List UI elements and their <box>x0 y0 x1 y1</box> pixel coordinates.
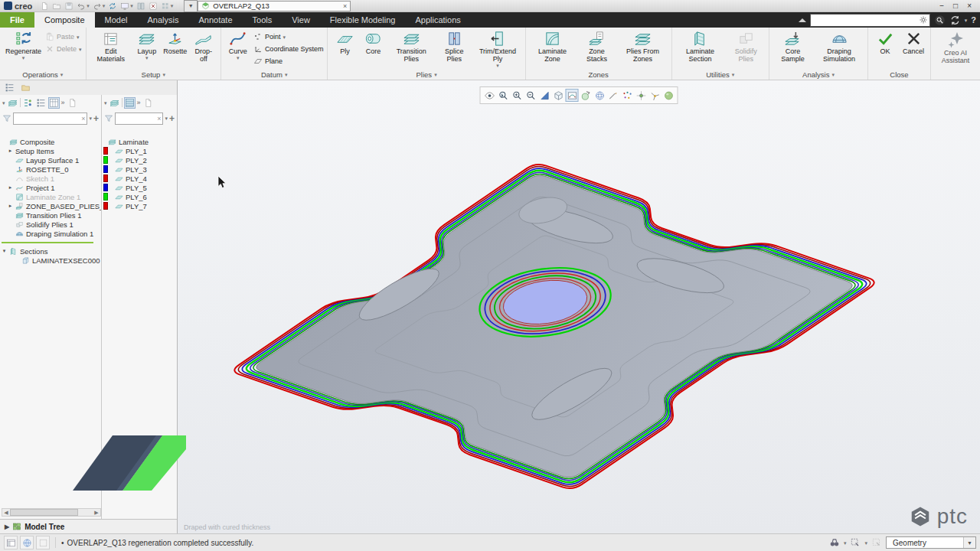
ply-button[interactable]: Ply <box>332 29 358 56</box>
ply-root-laminate[interactable]: Laminate <box>102 137 177 146</box>
point-menu-caret[interactable]: ▾ <box>283 34 286 40</box>
named-views-button[interactable] <box>593 89 606 102</box>
tab-tools[interactable]: Tools <box>243 12 283 28</box>
ribbon-group-label-datum[interactable]: Datum▾ <box>221 69 328 80</box>
ply-item-ply-7[interactable]: PLY_7 <box>102 201 177 210</box>
tree-item-layup-surface-1[interactable]: Layup Surface 1 <box>0 155 101 165</box>
saved-orientations-button[interactable] <box>566 89 579 102</box>
model-tab-dropdown[interactable]: ▼ <box>184 0 198 12</box>
help-icon[interactable]: ? <box>971 15 976 24</box>
ribbon-group-label-setup[interactable]: Setup▾ <box>87 69 220 80</box>
point-button[interactable]: Point▾ <box>253 32 324 41</box>
rosette-button[interactable]: Rosette <box>162 29 188 56</box>
ply-item-ply-3[interactable]: PLY_3 <box>102 165 177 174</box>
sync-icon[interactable] <box>949 15 961 26</box>
tree-expand-icon[interactable]: ▾ <box>2 248 7 254</box>
clear-filter-icon[interactable]: × <box>81 115 87 122</box>
paste-menu-caret[interactable]: ▾ <box>77 34 80 40</box>
selection-box-icon[interactable] <box>850 537 861 548</box>
tab-view[interactable]: View <box>282 12 320 28</box>
ply-filter-input[interactable] <box>116 114 157 122</box>
tree-list-icon[interactable] <box>35 97 47 109</box>
tree-expand-icon[interactable]: ▸ <box>8 203 13 209</box>
ribbon-group-label-operations[interactable]: Operations▾ <box>0 69 86 80</box>
model-tree-footer[interactable]: ▶ Model Tree <box>0 519 177 533</box>
curve-button[interactable]: Curve▾ <box>225 29 251 61</box>
core-sample-button[interactable]: Core Sample <box>773 29 812 64</box>
clear-filter-icon[interactable]: × <box>157 115 162 122</box>
tab-applications[interactable]: Applications <box>405 12 470 28</box>
tree-item-project-1[interactable]: ▸Project 1 <box>0 183 101 192</box>
select-tools-menu-caret[interactable]: ▾ <box>171 3 174 8</box>
laminate-zone-button[interactable]: Laminate Zone <box>530 29 576 64</box>
paste-button[interactable]: Paste▾ <box>45 32 82 41</box>
ply-item-ply-6[interactable]: PLY_6 <box>102 192 177 201</box>
view-visibility-button[interactable] <box>483 89 496 102</box>
model-display-menu-caret[interactable]: ▾ <box>130 3 133 8</box>
tree-item-setup-items[interactable]: ▸Setup Items <box>0 146 101 155</box>
tree-expand-icon[interactable]: ▸ <box>8 184 13 191</box>
scroll-track[interactable] <box>10 509 93 516</box>
cancel-button[interactable]: Cancel <box>900 29 926 56</box>
tree-item-zone-based-plies-1[interactable]: ▸ZONE_BASED_PLIES_1 <box>0 201 101 210</box>
ribbon-group-label-plies[interactable]: Plies▾ <box>328 69 524 80</box>
core-button[interactable]: Core <box>360 29 386 56</box>
plane-button[interactable]: Plane <box>253 57 324 66</box>
graphics-area[interactable]: Draped with cured thickness ptc <box>178 80 980 533</box>
ply-item-ply-2[interactable]: PLY_2 <box>102 155 177 165</box>
tree-filter-add-icon[interactable]: + <box>93 114 99 123</box>
ply-item-ply-1[interactable]: PLY_1 <box>102 146 177 155</box>
sync-menu-caret[interactable]: ▾ <box>965 18 968 23</box>
annotation-display-button[interactable] <box>607 89 620 102</box>
tree-item-solidify-plies-1[interactable]: Solidify Plies 1 <box>0 220 101 229</box>
redo-button[interactable]: ▾ <box>92 2 106 11</box>
close-window-button[interactable] <box>148 2 158 11</box>
ply-menu-caret[interactable]: ▾ <box>104 100 107 106</box>
tree-item-sketch-1[interactable]: Sketch 1 <box>0 174 101 183</box>
model-tree-tab-icon[interactable] <box>5 83 15 93</box>
model-tab-close-icon[interactable]: × <box>343 2 347 10</box>
restore-button[interactable]: □ <box>953 2 958 10</box>
navigator-toggle[interactable] <box>4 536 18 549</box>
tab-annotate[interactable]: Annotate <box>188 12 242 28</box>
layup-button[interactable]: Layup▾ <box>134 29 160 61</box>
tree-show-icon[interactable] <box>7 97 18 109</box>
zoom-region-button[interactable] <box>497 89 510 102</box>
undo-button[interactable]: ▾ <box>76 2 90 11</box>
tree-item-rosette-0[interactable]: ROSETTE_0 <box>0 165 101 174</box>
command-search[interactable] <box>810 14 930 27</box>
zoom-in-button[interactable] <box>511 89 524 102</box>
new-file-button[interactable] <box>39 2 50 11</box>
delete-button[interactable]: Delete▾ <box>45 44 82 54</box>
search-icon[interactable] <box>934 15 946 26</box>
tree-overflow-icon[interactable]: » <box>61 99 65 106</box>
regenerate-quick-button[interactable] <box>107 2 118 11</box>
tree-filter-input[interactable] <box>14 114 81 122</box>
open-file-button[interactable] <box>51 2 62 11</box>
draping-simulation-button[interactable]: Draping Simulation <box>815 29 864 64</box>
repaint-button[interactable] <box>538 89 551 102</box>
ribbon-group-label-close[interactable]: Close <box>868 69 930 80</box>
save-button[interactable] <box>64 2 74 11</box>
display-style-button[interactable] <box>552 89 565 102</box>
scroll-left-icon[interactable]: ◀ <box>2 510 10 516</box>
trim-extend-ply-button[interactable]: Trim/Extend Ply▾ <box>474 29 521 69</box>
model-3d-view[interactable] <box>178 80 980 533</box>
coordinate-system-button[interactable]: Coordinate System <box>253 44 324 54</box>
zoom-out-button[interactable] <box>524 89 537 102</box>
find-icon[interactable] <box>829 537 840 548</box>
tree-menu-caret[interactable]: ▾ <box>2 100 5 106</box>
tree-item-sections[interactable]: ▾Sections <box>0 246 101 256</box>
datum-display-button[interactable] <box>621 89 634 102</box>
solidify-plies-button[interactable]: Solidify Plies <box>727 29 766 64</box>
laminate-section-button[interactable]: Laminate Section <box>676 29 725 64</box>
trim-extend-ply-menu-caret[interactable]: ▾ <box>496 63 499 68</box>
tree-filters-icon[interactable] <box>22 97 34 109</box>
selection-caret[interactable]: ▾ <box>864 540 867 546</box>
expand-icon[interactable]: ▶ <box>5 523 9 530</box>
folder-browser-tab-icon[interactable] <box>21 83 31 93</box>
browser-toggle[interactable] <box>20 536 34 549</box>
tab-flexible-modeling[interactable]: Flexible Modeling <box>320 12 406 28</box>
tree-item-laminatexsec000[interactable]: LAMINATEXSEC000 <box>0 256 101 265</box>
regenerate-menu-caret[interactable]: ▾ <box>22 55 25 60</box>
